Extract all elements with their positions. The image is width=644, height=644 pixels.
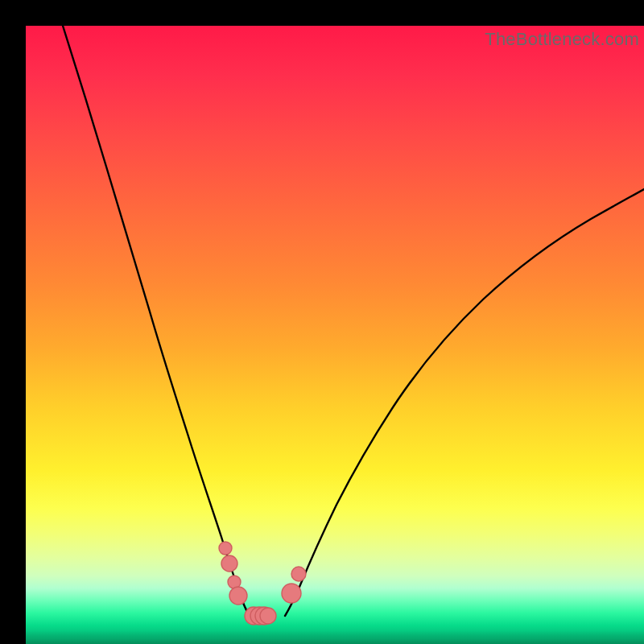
right-curve (285, 189, 644, 616)
marker-dot (221, 555, 237, 572)
marker-dot (282, 584, 301, 603)
chart-frame: TheBottleneck.com (0, 0, 644, 644)
left-curve (63, 26, 250, 616)
marker-dot (291, 567, 306, 581)
marker-dot (229, 587, 247, 605)
marker-dot (260, 608, 276, 624)
valley-markers (219, 542, 306, 625)
curve-layer (26, 26, 644, 644)
plot-area: TheBottleneck.com (26, 26, 644, 644)
marker-dot (219, 542, 232, 555)
